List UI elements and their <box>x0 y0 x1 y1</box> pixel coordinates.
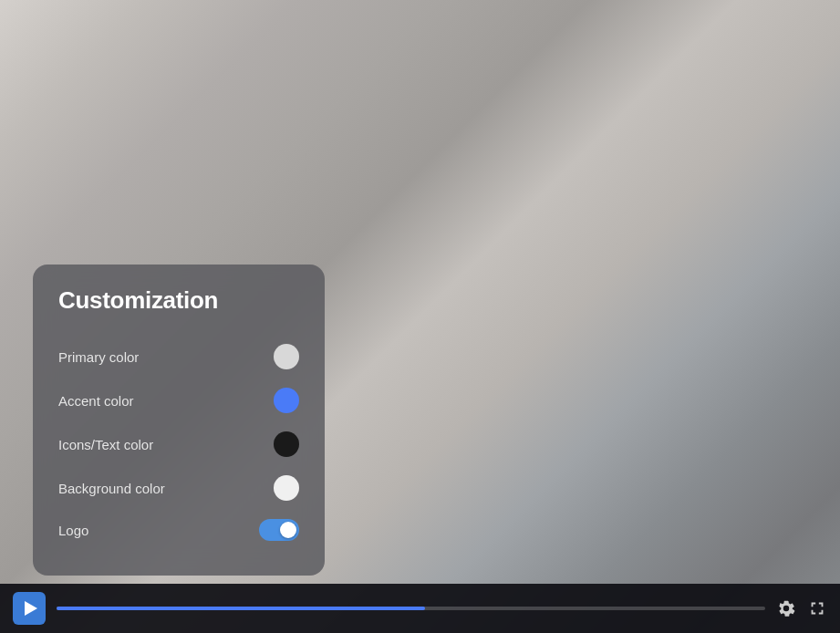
primary-color-row: Primary color <box>58 335 299 379</box>
icons-text-color-swatch[interactable] <box>274 431 299 457</box>
progress-fill <box>57 607 425 610</box>
fullscreen-icon[interactable] <box>807 598 827 618</box>
background-color-label: Background color <box>58 481 165 496</box>
customization-panel: Customization Primary color Accent color… <box>33 265 325 576</box>
accent-color-label: Accent color <box>58 393 134 409</box>
primary-color-label: Primary color <box>58 349 139 365</box>
toggle-thumb <box>280 522 296 538</box>
accent-color-swatch[interactable] <box>274 388 299 413</box>
panel-title: Customization <box>58 286 299 315</box>
video-container: Customization Primary color Accent color… <box>0 0 840 633</box>
play-icon <box>25 601 37 616</box>
background-color-row: Background color <box>58 466 299 510</box>
primary-color-swatch[interactable] <box>274 344 299 369</box>
background-color-swatch[interactable] <box>274 475 299 501</box>
logo-row: Logo <box>58 510 299 550</box>
play-button[interactable] <box>13 592 46 625</box>
settings-icon[interactable] <box>776 598 796 618</box>
progress-bar[interactable] <box>57 607 765 610</box>
controls-bar <box>0 584 840 633</box>
accent-color-row: Accent color <box>58 379 299 422</box>
logo-label: Logo <box>58 523 88 538</box>
logo-toggle[interactable] <box>259 519 299 541</box>
icons-text-color-label: Icons/Text color <box>58 437 153 452</box>
icons-text-color-row: Icons/Text color <box>58 422 299 466</box>
